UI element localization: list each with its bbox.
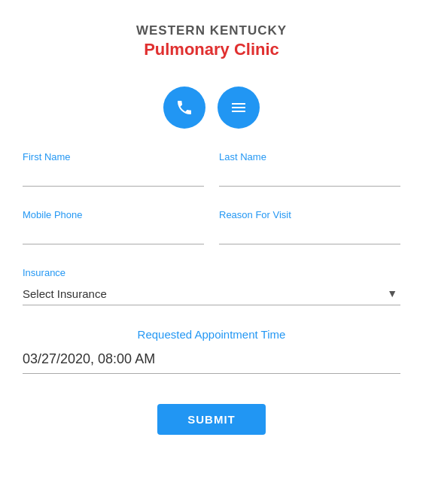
phone-button[interactable]	[163, 87, 205, 129]
first-name-input[interactable]	[23, 167, 204, 187]
form-section: First Name Last Name Mobile Phone Reason…	[23, 151, 400, 435]
insurance-select-wrapper: Select Insurance Aetna Blue Cross Cigna …	[23, 283, 400, 305]
reason-visit-label: Reason For Visit	[219, 209, 400, 220]
reason-visit-input[interactable]	[219, 225, 400, 244]
mobile-phone-label: Mobile Phone	[23, 209, 204, 220]
submit-button[interactable]: SUBMIT	[157, 404, 266, 435]
main-container: WESTERN KENTUCKY Pulmonary Clinic First …	[0, 0, 423, 504]
insurance-label: Insurance	[23, 267, 400, 278]
icon-row	[163, 87, 260, 129]
last-name-label: Last Name	[219, 151, 400, 162]
appointment-label: Requested Appointment Time	[23, 328, 400, 341]
last-name-input[interactable]	[219, 167, 400, 187]
logo-subtitle: Pulmonary Clinic	[144, 39, 279, 61]
phone-reason-row: Mobile Phone Reason For Visit	[23, 209, 400, 244]
mobile-phone-input[interactable]	[23, 225, 204, 244]
settings-icon	[230, 99, 248, 117]
name-row: First Name Last Name	[23, 151, 400, 187]
insurance-section: Insurance Select Insurance Aetna Blue Cr…	[23, 267, 400, 305]
reason-visit-field: Reason For Visit	[219, 209, 400, 244]
logo-title: WESTERN KENTUCKY	[136, 23, 287, 39]
appointment-value[interactable]: 03/27/2020, 08:00 AM	[23, 351, 400, 374]
insurance-select[interactable]: Select Insurance Aetna Blue Cross Cigna …	[23, 283, 400, 305]
first-name-field: First Name	[23, 151, 204, 187]
settings-button[interactable]	[218, 87, 260, 129]
first-name-label: First Name	[23, 151, 204, 162]
last-name-field: Last Name	[219, 151, 400, 187]
mobile-phone-field: Mobile Phone	[23, 209, 204, 244]
phone-icon	[175, 99, 193, 117]
submit-row: SUBMIT	[23, 396, 400, 435]
logo-section: WESTERN KENTUCKY Pulmonary Clinic	[136, 23, 287, 61]
appointment-section: Requested Appointment Time 03/27/2020, 0…	[23, 328, 400, 374]
